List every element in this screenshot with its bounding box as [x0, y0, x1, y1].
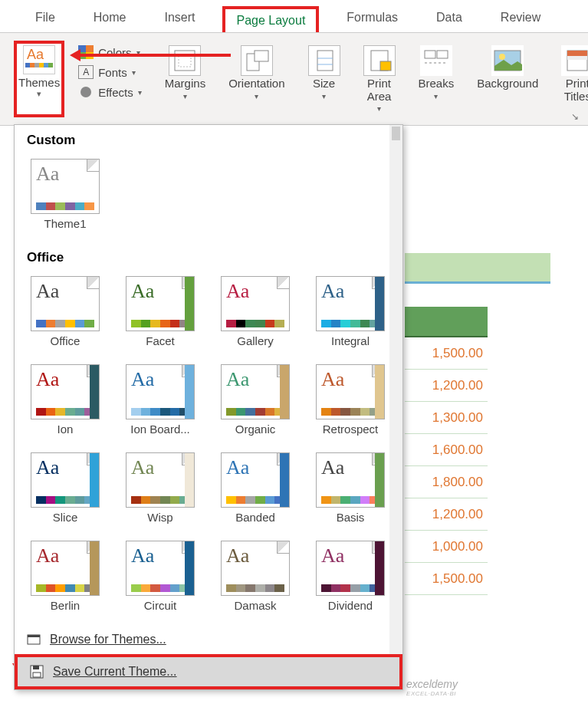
- office-section-header: Office: [15, 242, 402, 270]
- tab-data[interactable]: Data: [425, 6, 473, 32]
- theme-item-ion-board-[interactable]: AaIon Board...: [122, 364, 199, 436]
- theme-item-label: Basis: [312, 511, 389, 524]
- theme-item-label: Organic: [217, 423, 294, 436]
- browse-themes-button[interactable]: Browse for Themes...: [15, 625, 402, 654]
- svg-rect-11: [380, 61, 391, 71]
- theme-item-dividend[interactable]: AaDividend: [312, 541, 389, 612]
- browse-icon: [27, 633, 41, 646]
- data-cell[interactable]: 1,000.00: [405, 531, 488, 563]
- theme-item-label: Integral: [312, 334, 389, 347]
- theme-item-label: Slice: [27, 511, 103, 524]
- print-titles-icon: [561, 45, 588, 76]
- background-button[interactable]: Background: [468, 41, 547, 117]
- theme-item-label: Office: [27, 334, 103, 347]
- themes-dropdown: Custom AaTheme1 Office AaOfficeAaFacetAa…: [14, 124, 403, 690]
- effects-button[interactable]: Effects▾: [78, 85, 142, 99]
- data-column: 1,500.001,200.001,300.001,600.001,800.00…: [405, 307, 488, 595]
- svg-rect-8: [255, 51, 268, 61]
- theme-item-label: Ion Board...: [122, 423, 199, 436]
- theme-item-basis[interactable]: AaBasis: [312, 452, 389, 524]
- cell-header-band: [405, 253, 550, 284]
- theme-item-wisp[interactable]: AaWisp: [122, 452, 199, 524]
- theme-item-slice[interactable]: AaSlice: [27, 452, 103, 524]
- margins-icon: [169, 45, 201, 76]
- tab-formulas[interactable]: Formulas: [336, 6, 409, 32]
- data-cell[interactable]: 1,200.00: [405, 498, 488, 531]
- theme-item-office[interactable]: AaOffice: [27, 276, 103, 347]
- svg-rect-17: [567, 51, 587, 56]
- svg-point-4: [80, 87, 91, 97]
- tab-file[interactable]: File: [25, 6, 66, 32]
- data-cell[interactable]: 1,300.00: [405, 402, 488, 434]
- background-icon: [491, 45, 524, 76]
- save-icon: [30, 665, 44, 679]
- fonts-button[interactable]: A Fonts▾: [78, 65, 142, 79]
- size-icon: [308, 45, 340, 76]
- scrollbar[interactable]: [389, 125, 402, 689]
- tab-home[interactable]: Home: [83, 6, 137, 32]
- data-cell[interactable]: 1,800.00: [405, 466, 488, 498]
- svg-rect-20: [28, 635, 40, 637]
- margins-button[interactable]: Margins▾: [156, 41, 215, 117]
- column-header-cell: [405, 307, 488, 337]
- theme-item-integral[interactable]: AaIntegral: [312, 276, 389, 347]
- print-area-icon: [363, 45, 396, 76]
- print-titles-button[interactable]: Print Titles: [552, 41, 588, 117]
- office-themes-gallery: AaOfficeAaFacetAaGalleryAaIntegralAaIonA…: [15, 270, 402, 624]
- orientation-button[interactable]: Orientation▾: [219, 41, 294, 117]
- svg-rect-18: [567, 56, 587, 60]
- themes-label: Themes: [18, 76, 60, 89]
- theme-item-label: Damask: [217, 599, 294, 612]
- print-area-button[interactable]: Print Area▾: [354, 41, 405, 117]
- theme-item-berlin[interactable]: AaBerlin: [27, 541, 103, 612]
- svg-rect-23: [33, 673, 41, 677]
- tab-insert[interactable]: Insert: [153, 6, 205, 32]
- theme-item-circuit[interactable]: AaCircuit: [122, 541, 199, 612]
- theme-item-label: Ion: [27, 423, 103, 436]
- custom-section-header: Custom: [15, 125, 402, 153]
- theme-item-label: Banded: [217, 511, 294, 524]
- svg-rect-1: [86, 45, 94, 52]
- page-setup-expand-icon[interactable]: ↘: [571, 111, 579, 122]
- annotation-arrow: [73, 54, 231, 57]
- theme-item-organic[interactable]: AaOrganic: [217, 364, 294, 436]
- theme-item-label: Dividend: [312, 599, 389, 612]
- svg-rect-12: [425, 51, 435, 58]
- custom-themes-gallery: AaTheme1: [15, 153, 402, 242]
- svg-rect-9: [317, 51, 333, 71]
- data-cell[interactable]: 1,500.00: [405, 563, 488, 595]
- theme-item-theme1[interactable]: AaTheme1: [27, 159, 103, 230]
- theme-item-gallery[interactable]: AaGallery: [217, 276, 294, 347]
- colors-button[interactable]: Colors▾: [78, 45, 142, 59]
- chevron-down-icon: ▾: [37, 89, 41, 99]
- theme-adjust-group: Colors▾ A Fonts▾ Effects▾: [69, 41, 151, 117]
- fonts-icon: A: [78, 65, 94, 79]
- svg-point-15: [499, 54, 505, 60]
- watermark: exceldemyEXCEL·DATA·BI: [406, 678, 458, 697]
- tab-review[interactable]: Review: [490, 6, 551, 32]
- theme-item-damask[interactable]: AaDamask: [217, 541, 294, 612]
- theme-item-ion[interactable]: AaIon: [27, 364, 103, 436]
- theme-item-label: Gallery: [217, 334, 294, 347]
- colors-icon: [78, 45, 94, 59]
- theme-item-label: Facet: [122, 334, 199, 347]
- tab-page-layout[interactable]: Page Layout: [222, 6, 319, 32]
- ribbon-page-layout: Aa Themes ▾ Colors▾ A Fonts▾ Effects▾ Ma…: [0, 33, 588, 126]
- data-cell[interactable]: 1,200.00: [405, 370, 488, 402]
- orientation-icon: [241, 45, 273, 76]
- theme-item-label: Retrospect: [312, 423, 389, 436]
- size-button[interactable]: Size▾: [299, 41, 350, 117]
- data-cell[interactable]: 1,500.00: [405, 337, 488, 370]
- svg-rect-13: [437, 51, 448, 58]
- themes-icon: Aa: [23, 45, 55, 74]
- theme-item-label: Wisp: [122, 511, 199, 524]
- theme-item-banded[interactable]: AaBanded: [217, 452, 294, 524]
- theme-item-retrospect[interactable]: AaRetrospect: [312, 364, 389, 436]
- breaks-button[interactable]: Breaks▾: [409, 41, 464, 117]
- ribbon-tabs: File Home Insert Page Layout Formulas Da…: [0, 0, 588, 33]
- themes-button[interactable]: Aa Themes ▾: [14, 41, 64, 117]
- save-theme-button[interactable]: Save Current Theme...: [15, 654, 402, 689]
- data-cell[interactable]: 1,600.00: [405, 434, 488, 466]
- theme-item-facet[interactable]: AaFacet: [122, 276, 199, 347]
- svg-rect-22: [33, 666, 39, 669]
